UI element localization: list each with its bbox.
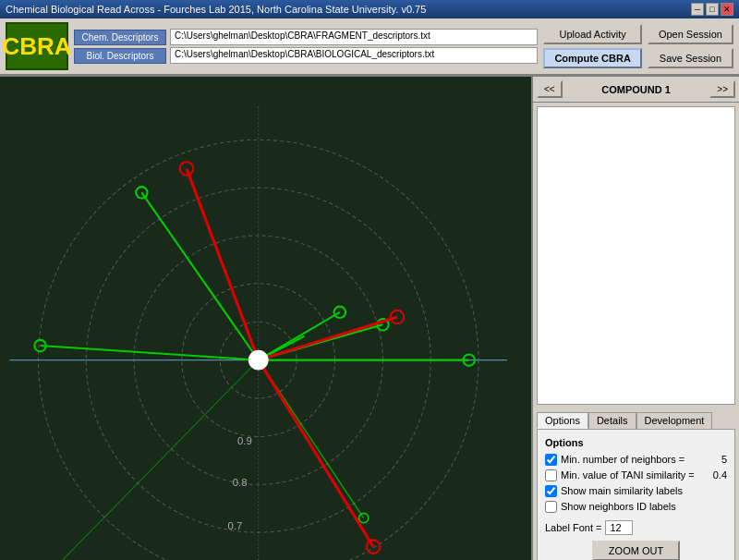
option-row-3: Show main similarity labels xyxy=(545,485,727,497)
app-title: Chemical Biological Read Across - Fourch… xyxy=(6,4,426,15)
action-panel: Upload Activity Compute CBRA xyxy=(543,24,642,68)
show-neighbor-labels-checkbox[interactable] xyxy=(545,501,557,513)
show-main-labels-label: Show main similarity labels xyxy=(561,485,727,496)
maximize-button[interactable]: □ xyxy=(706,3,719,16)
radar-chart: 0.9 0.8 0.7 0.6 0.5 xyxy=(0,77,531,560)
min-tani-checkbox[interactable] xyxy=(545,469,557,481)
chem-descriptor-path[interactable]: C:\Users\ghelman\Desktop\CBRA\FRAGMENT_d… xyxy=(170,29,538,45)
svg-point-34 xyxy=(254,355,263,364)
window-controls: ─ □ ✕ xyxy=(691,3,733,16)
content-area: 0.9 0.8 0.7 0.6 0.5 xyxy=(0,76,739,560)
min-tani-label: Min. value of TANI similarity = xyxy=(561,469,696,481)
main-container: CBRA Chem. Descriptors C:\Users\ghelman\… xyxy=(0,18,739,560)
next-compound-button[interactable]: >> xyxy=(709,80,735,98)
min-neighbors-checkbox[interactable] xyxy=(545,454,557,466)
show-neighbor-labels-label: Show neighbors ID labels xyxy=(561,501,727,512)
chem-descriptor-row: Chem. Descriptors C:\Users\ghelman\Deskt… xyxy=(74,29,538,45)
min-neighbors-label: Min. number of neighbors = xyxy=(561,454,696,465)
biol-descriptor-label: Biol. Descriptors xyxy=(74,48,166,64)
cbra-logo: CBRA xyxy=(6,22,68,70)
label-font-value[interactable]: 12 xyxy=(605,520,633,535)
options-title: Options xyxy=(545,437,727,448)
label-font-row: Label Font = 12 xyxy=(545,520,727,535)
biol-descriptor-row: Biol. Descriptors C:\Users\ghelman\Deskt… xyxy=(74,47,538,64)
option-row-4: Show neighbors ID labels xyxy=(545,501,727,513)
svg-text:0.9: 0.9 xyxy=(237,435,252,446)
minimize-button[interactable]: ─ xyxy=(691,3,704,16)
tab-content: Options Min. number of neighbors = 5 Min… xyxy=(537,429,735,560)
close-button[interactable]: ✕ xyxy=(721,3,733,16)
biol-descriptor-path[interactable]: C:\Users\ghelman\Desktop\CBRA\BIOLOGICAL… xyxy=(170,47,538,64)
tabs: Options Details Development xyxy=(537,412,735,429)
chart-area: 0.9 0.8 0.7 0.6 0.5 xyxy=(0,77,531,560)
tab-development[interactable]: Development xyxy=(636,412,713,429)
tabs-container: Options Details Development Options Min.… xyxy=(533,408,739,560)
prev-compound-button[interactable]: << xyxy=(537,80,563,98)
session-panel: Open Session Save Session xyxy=(648,24,733,68)
label-font-label: Label Font = xyxy=(545,522,601,533)
right-panel: << COMPOUND 1 >> Options Details Develop… xyxy=(531,77,739,560)
svg-text:0.8: 0.8 xyxy=(233,477,248,488)
compound-name-label: COMPOUND 1 xyxy=(563,84,710,95)
svg-text:0.7: 0.7 xyxy=(228,520,243,531)
chem-descriptor-label: Chem. Descriptors xyxy=(74,30,166,45)
min-neighbors-value: 5 xyxy=(699,454,727,465)
upload-activity-button[interactable]: Upload Activity xyxy=(543,24,642,44)
compute-cbra-button[interactable]: Compute CBRA xyxy=(543,48,642,68)
option-row-1: Min. number of neighbors = 5 xyxy=(545,454,727,466)
show-main-labels-checkbox[interactable] xyxy=(545,485,557,497)
titlebar: Chemical Biological Read Across - Fourch… xyxy=(0,0,739,18)
zoom-out-button[interactable]: ZOOM OUT xyxy=(592,541,680,560)
descriptor-panel: Chem. Descriptors C:\Users\ghelman\Deskt… xyxy=(74,29,538,64)
header: CBRA Chem. Descriptors C:\Users\ghelman\… xyxy=(0,18,739,76)
compound-nav: << COMPOUND 1 >> xyxy=(533,77,739,103)
tab-options[interactable]: Options xyxy=(537,412,588,429)
save-session-button[interactable]: Save Session xyxy=(648,48,733,68)
compound-preview xyxy=(537,106,735,405)
svg-rect-0 xyxy=(0,78,531,560)
min-tani-value: 0.4 xyxy=(699,469,727,481)
tab-details[interactable]: Details xyxy=(588,412,636,429)
option-row-2: Min. value of TANI similarity = 0.4 xyxy=(545,469,727,481)
open-session-button[interactable]: Open Session xyxy=(648,24,733,44)
